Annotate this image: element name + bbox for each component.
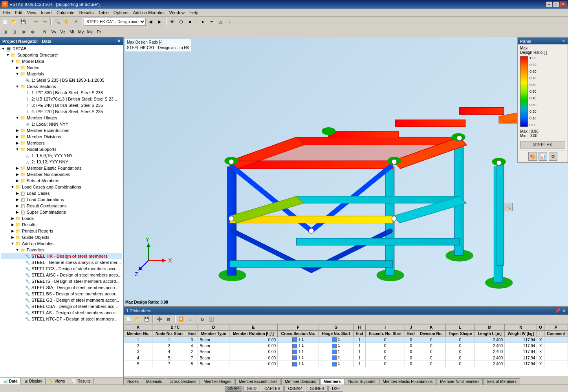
tree-model-data[interactable]: ▼ 📁 Model Data [1,58,122,64]
panel-tab-views[interactable]: 📐 Views [46,378,68,385]
bottom-header-close[interactable]: ✕ [562,308,566,313]
tab-member-divisions[interactable]: Member Divisions [281,378,319,385]
tree-super-combinations[interactable]: ▶ 📋 Super Combinations [1,209,122,215]
tree-member-hinges[interactable]: ▼ 📁 Member Hinges [1,115,122,121]
tb-r6[interactable]: Vy [49,27,58,36]
tree-steel-aisc[interactable]: 🔧 STEEL AISC - Design of steel members a… [1,272,122,278]
footer-icon-2[interactable]: 📊 [539,152,547,161]
tab-member-nonlin[interactable]: Member Nonlinearities [436,378,483,385]
tab-cross-sections[interactable]: Cross-Sections [166,378,200,385]
tree-steel-is[interactable]: 🔧 STEEL IS - Design of steel members acc… [1,278,122,284]
tree-steel-ec3[interactable]: 🔧 STEEL EC3 - Design of steel members ac… [1,266,122,272]
tb-member[interactable]: ━ [207,17,216,26]
tb-next[interactable]: ▶ [155,17,164,26]
tab-sets-of-members[interactable]: Sets of Members [483,378,520,385]
status-cartes[interactable]: CARTES [261,386,284,392]
tree-steel-gb[interactable]: 🔧 STEEL GB - Design of steel members acc… [1,297,122,303]
tb-r5[interactable]: N [40,27,49,36]
tree-toggle-mef[interactable]: ▶ [15,166,20,170]
menu-file[interactable]: File [1,9,13,16]
tb-node[interactable]: ● [198,17,207,26]
tree-steel-hk[interactable]: 🔧 STEEL HK - Design of steel members [1,253,122,259]
tree-steel-gen[interactable]: 🔧 STEEL - General stress analysis of ste… [1,259,122,266]
tree-load-combinations[interactable]: ▶ 📋 Load Combinations [1,196,122,203]
tab-nodal-supports[interactable]: Nodal Supports [345,378,379,385]
tb-r2[interactable]: ⊟ [10,27,18,36]
tree-toggle-som[interactable]: ▶ [15,179,20,183]
menu-options[interactable]: Options [111,9,131,16]
tree-toggle-go[interactable]: ▶ [10,235,15,239]
tb-undo[interactable]: ↩ [31,17,40,26]
tab-member-eccentricities[interactable]: Member Eccentricities [235,378,281,385]
tab-member-hinges[interactable]: Member Hinges [200,378,235,385]
tree-toggle-mnl[interactable]: ▶ [15,172,20,176]
tree-toggle-lco[interactable]: ▶ [15,198,20,201]
menu-calculate[interactable]: Calculate [54,9,77,16]
tb-open[interactable]: 📂 [10,17,18,26]
table-row[interactable]: 3 4 2 Beam 0.00 T 1 1 1 0 0 0 0 2.400 11… [124,349,568,355]
menu-results[interactable]: Results [77,9,96,16]
table-container[interactable]: A B / C D E F G H I J K L M N [124,324,568,376]
tb-save[interactable]: 💾 [19,17,27,26]
btb-sort[interactable]: ↕ [186,315,194,324]
tb-r3[interactable]: ⊕ [19,27,27,36]
tree-members[interactable]: ▶ 📁 Members [1,140,122,146]
tree-toggle-am[interactable]: ▼ [10,242,15,245]
tree-cs-1[interactable]: I 1: IPE 330 | British Steel; Steel S 23… [1,90,122,96]
panel-close-button[interactable]: ✕ [117,38,121,44]
status-grid[interactable]: GRID [243,386,260,392]
color-action-button[interactable]: STEEL HK [520,141,565,148]
tb-3d[interactable]: 👁 [168,17,176,26]
btb-new[interactable]: 📄 [125,315,133,324]
tree-cross-sections[interactable]: ▼ 📁 Cross-Sections [1,83,122,90]
design-case-dropdown[interactable]: STEEL HK CA1 - Design acc. [84,18,146,26]
tree-toggle-md[interactable]: ▼ [10,59,15,63]
tree-toggle-materials[interactable]: ▼ [15,72,20,76]
bottom-header-pin[interactable]: 📌 [555,308,561,313]
maximize-button[interactable]: □ [553,2,559,7]
tree-member-nonlin[interactable]: ▶ 📁 Member Nonlinearities [1,171,122,178]
tab-materials[interactable]: Materials [143,378,166,385]
tree-toggle-fav[interactable]: ▼ [15,248,20,252]
tree-toggle-lcc[interactable]: ▼ [10,185,15,189]
tree-favorites[interactable]: ▼ ⭐ Favorites [1,247,122,253]
footer-icon-3[interactable]: ⚙ [549,152,557,161]
table-row[interactable]: 5 7 8 Beam 0.00 T 1 1 1 0 0 0 0 2.400 11… [124,361,568,367]
tree-toggle-lc[interactable]: ▶ [15,191,20,195]
menu-view[interactable]: View [25,9,39,16]
tree-toggle-me[interactable]: ▶ [15,128,20,132]
tb-pan[interactable]: ✋ [62,17,71,26]
tree-guide-objects[interactable]: ▶ 📁 Guide Objects [1,234,122,240]
table-row[interactable]: 1 1 3 Beam 0.00 T 1 1 1 0 0 0 0 2.400 11… [124,337,568,343]
tree-steel-ntcdf[interactable]: 🔧 STEEL NTC-DF - Design of steel members… [1,316,122,322]
menu-table[interactable]: Table [96,9,111,16]
tree-root[interactable]: ▼ 💻 RSTAB [1,46,122,52]
btb-filter[interactable]: 🔽 [177,315,185,324]
table-row[interactable]: 2 3 4 Beam 0.00 T 1 1 1 0 0 0 0 2.400 11… [124,343,568,349]
menu-window[interactable]: Window [167,9,187,16]
tree-cs-2[interactable]: I 2: UB 127x76x13 | British Steel; Steel… [1,96,122,102]
tb-select[interactable]: ↗ [71,17,80,26]
tree-toggle-res[interactable]: ▶ [10,223,15,227]
tree-toggle-ns[interactable]: ▼ [15,147,20,151]
tree-ns-2[interactable]: △ 2: 10,12; YYY NNY [1,159,122,165]
btb-save[interactable]: 💾 [143,315,151,324]
tree-results[interactable]: ▶ 📁 Results [1,222,122,228]
tree-member-eccentricities[interactable]: ▶ 📁 Member Eccentricities [1,127,122,134]
color-panel-close[interactable]: ✕ [562,38,565,44]
tab-member-elastic[interactable]: Member Elastic Foundations [379,378,436,385]
tree-toggle-loads[interactable]: ▶ [10,216,15,220]
tree-steel-bs[interactable]: 🔧 STEEL BS - Design of steel members acc… [1,291,122,297]
tree-toggle-root[interactable]: ▼ [1,47,5,51]
panel-tab-display[interactable]: 🖥 Display [21,378,46,385]
tab-members[interactable]: Members [320,378,344,385]
tree-toggle-cs[interactable]: ▼ [15,84,20,88]
tb-r11[interactable]: Pr [95,27,103,36]
tree-sets-of-members[interactable]: ▶ 📁 Sets of Members [1,178,122,184]
tree-addon-modules[interactable]: ▼ 📁 Add-on Modules [1,240,122,247]
minimize-button[interactable]: ─ [546,2,552,7]
tree-loads[interactable]: ▶ 📁 Loads [1,215,122,222]
tb-r10[interactable]: Mz [86,27,94,36]
menu-edit[interactable]: Edit [13,9,25,16]
tb-r8[interactable]: Mt [68,27,76,36]
